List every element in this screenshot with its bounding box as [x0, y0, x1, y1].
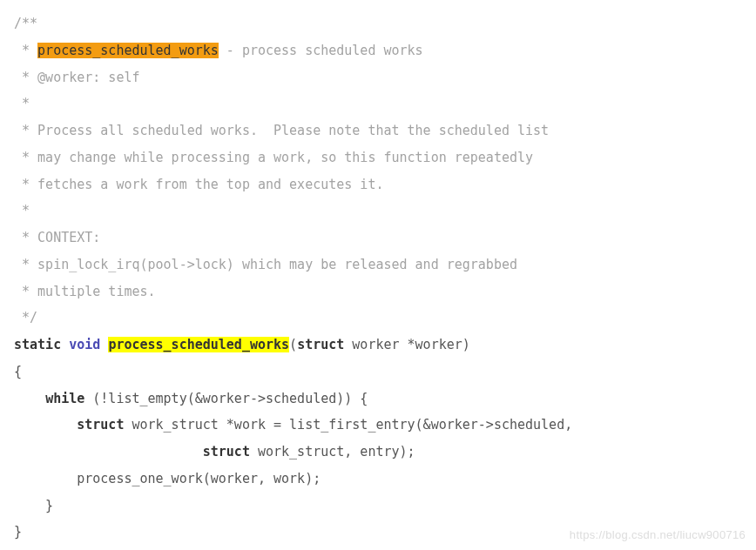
watermark-text: https://blog.csdn.net/liucw900716 — [570, 524, 746, 547]
code-line: } — [14, 498, 53, 513]
comment-line: * may change while processing a work, so… — [14, 150, 533, 165]
comment-line: /** — [14, 16, 37, 31]
code-line: while (!list_empty(&worker->scheduled)) … — [14, 391, 368, 406]
comment-line: * process_scheduled_works - process sche… — [14, 43, 423, 58]
code-line: static void process_scheduled_works(stru… — [14, 337, 470, 352]
highlight-fn-def: process_scheduled_works — [108, 337, 289, 352]
comment-line: * — [14, 96, 30, 111]
code-line: struct work_struct *work = list_first_en… — [14, 417, 572, 433]
code-line: } — [14, 524, 22, 540]
comment-line: * spin_lock_irq(pool->lock) which may be… — [14, 257, 517, 272]
code-line: struct work_struct, entry); — [14, 444, 415, 459]
comment-line: * fetches a work from the top and execut… — [14, 177, 383, 192]
comment-line: * CONTEXT: — [14, 230, 100, 245]
comment-line: */ — [14, 310, 37, 325]
comment-line: * Process all scheduled works. Please no… — [14, 123, 549, 138]
code-line: { — [14, 364, 22, 379]
code-block: /** * process_scheduled_works - process … — [14, 10, 742, 546]
code-line: process_one_work(worker, work); — [14, 471, 321, 486]
comment-line: * @worker: self — [14, 70, 140, 85]
comment-line: * multiple times. — [14, 284, 156, 299]
comment-line: * — [14, 203, 30, 218]
highlight-fn-doc: process_scheduled_works — [37, 43, 219, 58]
